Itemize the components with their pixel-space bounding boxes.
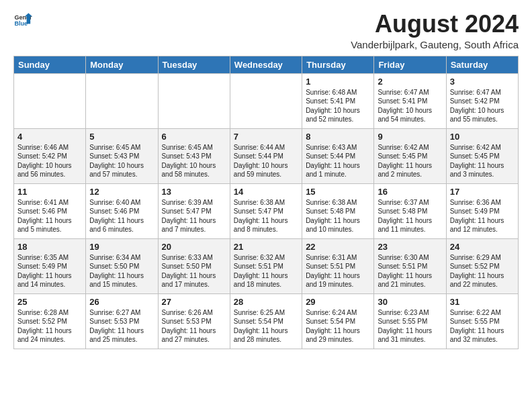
cell-detail: Sunset: 5:42 PM <box>17 152 82 161</box>
title-block: August 2024 Vanderbijlpark, Gauteng, Sou… <box>351 11 519 50</box>
col-monday: Monday <box>86 56 158 73</box>
cell-detail: Sunset: 5:47 PM <box>234 207 298 216</box>
cell-detail: Sunrise: 6:32 AM <box>234 253 298 263</box>
day-number: 30 <box>378 297 442 307</box>
col-thursday: Thursday <box>302 56 374 73</box>
table-row: 5Sunrise: 6:45 AMSunset: 5:43 PMDaylight… <box>86 128 158 183</box>
table-row: 18Sunrise: 6:35 AMSunset: 5:49 PMDayligh… <box>14 238 86 293</box>
cell-detail: Sunrise: 6:41 AM <box>17 198 82 208</box>
day-number: 22 <box>306 242 370 252</box>
cell-detail: Sunrise: 6:36 AM <box>450 198 515 208</box>
day-number: 6 <box>162 132 226 142</box>
cell-detail: Daylight: 11 hours and 24 minutes. <box>17 326 82 345</box>
day-number: 1 <box>306 77 370 87</box>
cell-detail: Sunrise: 6:42 AM <box>450 143 515 152</box>
cell-detail: Sunrise: 6:29 AM <box>450 253 515 263</box>
cell-detail: Daylight: 11 hours and 12 minutes. <box>450 216 515 234</box>
cell-detail: Sunset: 5:45 PM <box>450 152 515 161</box>
cell-detail: Sunset: 5:47 PM <box>162 207 226 216</box>
day-number: 19 <box>89 242 154 252</box>
day-number: 11 <box>17 187 82 197</box>
cell-detail: Sunrise: 6:37 AM <box>378 198 442 208</box>
cell-detail: Sunrise: 6:47 AM <box>450 88 515 97</box>
table-row <box>14 73 86 128</box>
day-number: 25 <box>17 297 82 307</box>
table-row: 16Sunrise: 6:37 AMSunset: 5:48 PMDayligh… <box>374 183 446 238</box>
cell-detail: Daylight: 10 hours and 55 minutes. <box>450 106 515 124</box>
cell-detail: Sunset: 5:41 PM <box>378 97 442 106</box>
table-row: 25Sunrise: 6:28 AMSunset: 5:52 PMDayligh… <box>14 293 86 349</box>
cell-detail: Daylight: 11 hours and 25 minutes. <box>89 326 154 345</box>
day-number: 2 <box>378 77 442 87</box>
cell-detail: Sunset: 5:53 PM <box>162 317 226 326</box>
day-number: 27 <box>162 297 226 307</box>
cell-detail: Sunset: 5:51 PM <box>306 262 370 271</box>
calendar-header-row: Sunday Monday Tuesday Wednesday Thursday… <box>14 56 519 73</box>
cell-detail: Sunset: 5:48 PM <box>306 207 370 216</box>
table-row: 6Sunrise: 6:45 AMSunset: 5:43 PMDaylight… <box>158 128 230 183</box>
cell-detail: Sunset: 5:52 PM <box>450 262 515 271</box>
day-number: 15 <box>306 187 370 197</box>
cell-detail: Sunrise: 6:47 AM <box>378 88 442 97</box>
day-number: 16 <box>378 187 442 197</box>
svg-text:Blue: Blue <box>14 20 28 27</box>
cell-detail: Daylight: 11 hours and 3 minutes. <box>450 161 515 179</box>
cell-detail: Sunrise: 6:42 AM <box>378 143 442 152</box>
cell-detail: Daylight: 11 hours and 7 minutes. <box>162 216 226 234</box>
cell-detail: Daylight: 11 hours and 21 minutes. <box>378 271 442 289</box>
location-subtitle: Vanderbijlpark, Gauteng, South Africa <box>351 39 519 50</box>
cell-detail: Daylight: 11 hours and 8 minutes. <box>234 216 298 234</box>
cell-detail: Daylight: 11 hours and 14 minutes. <box>17 271 82 289</box>
month-year-title: August 2024 <box>351 11 519 38</box>
cell-detail: Daylight: 11 hours and 29 minutes. <box>306 326 370 345</box>
cell-detail: Sunrise: 6:38 AM <box>306 198 370 208</box>
header: General Blue August 2024 Vanderbijlpark,… <box>13 11 519 50</box>
cell-detail: Sunrise: 6:46 AM <box>17 143 82 152</box>
day-number: 8 <box>306 132 370 142</box>
cell-detail: Sunset: 5:54 PM <box>306 317 370 326</box>
cell-detail: Daylight: 11 hours and 22 minutes. <box>450 271 515 289</box>
cell-detail: Sunrise: 6:23 AM <box>378 308 442 318</box>
table-row: 26Sunrise: 6:27 AMSunset: 5:53 PMDayligh… <box>86 293 158 349</box>
cell-detail: Sunset: 5:41 PM <box>306 97 370 106</box>
table-row: 2Sunrise: 6:47 AMSunset: 5:41 PMDaylight… <box>374 73 446 128</box>
day-number: 31 <box>450 297 515 307</box>
cell-detail: Daylight: 11 hours and 5 minutes. <box>17 216 82 234</box>
cell-detail: Sunrise: 6:38 AM <box>234 198 298 208</box>
table-row: 20Sunrise: 6:33 AMSunset: 5:50 PMDayligh… <box>158 238 230 293</box>
page-container: General Blue August 2024 Vanderbijlpark,… <box>0 0 532 356</box>
cell-detail: Sunrise: 6:31 AM <box>306 253 370 263</box>
table-row: 27Sunrise: 6:26 AMSunset: 5:53 PMDayligh… <box>158 293 230 349</box>
table-row: 4Sunrise: 6:46 AMSunset: 5:42 PMDaylight… <box>14 128 86 183</box>
cell-detail: Sunset: 5:54 PM <box>234 317 298 326</box>
col-saturday: Saturday <box>446 56 518 73</box>
cell-detail: Daylight: 10 hours and 59 minutes. <box>234 161 298 179</box>
day-number: 29 <box>306 297 370 307</box>
table-row: 22Sunrise: 6:31 AMSunset: 5:51 PMDayligh… <box>302 238 374 293</box>
cell-detail: Sunrise: 6:24 AM <box>306 308 370 318</box>
table-row: 29Sunrise: 6:24 AMSunset: 5:54 PMDayligh… <box>302 293 374 349</box>
cell-detail: Sunset: 5:55 PM <box>378 317 442 326</box>
cell-detail: Daylight: 11 hours and 18 minutes. <box>234 271 298 289</box>
calendar-week-5: 25Sunrise: 6:28 AMSunset: 5:52 PMDayligh… <box>14 293 519 349</box>
col-friday: Friday <box>374 56 446 73</box>
table-row: 13Sunrise: 6:39 AMSunset: 5:47 PMDayligh… <box>158 183 230 238</box>
cell-detail: Sunset: 5:49 PM <box>17 262 82 271</box>
table-row <box>86 73 158 128</box>
day-number: 12 <box>89 187 154 197</box>
col-wednesday: Wednesday <box>230 56 302 73</box>
day-number: 26 <box>89 297 154 307</box>
cell-detail: Daylight: 10 hours and 54 minutes. <box>378 106 442 124</box>
cell-detail: Sunrise: 6:22 AM <box>450 308 515 318</box>
cell-detail: Sunrise: 6:39 AM <box>162 198 226 208</box>
cell-detail: Sunrise: 6:26 AM <box>162 308 226 318</box>
col-sunday: Sunday <box>14 56 86 73</box>
table-row: 24Sunrise: 6:29 AMSunset: 5:52 PMDayligh… <box>446 238 518 293</box>
cell-detail: Sunset: 5:48 PM <box>378 207 442 216</box>
day-number: 24 <box>450 242 515 252</box>
calendar-week-1: 1Sunrise: 6:48 AMSunset: 5:41 PMDaylight… <box>14 73 519 128</box>
cell-detail: Daylight: 11 hours and 19 minutes. <box>306 271 370 289</box>
cell-detail: Daylight: 11 hours and 32 minutes. <box>450 326 515 345</box>
table-row: 14Sunrise: 6:38 AMSunset: 5:47 PMDayligh… <box>230 183 302 238</box>
table-row: 1Sunrise: 6:48 AMSunset: 5:41 PMDaylight… <box>302 73 374 128</box>
